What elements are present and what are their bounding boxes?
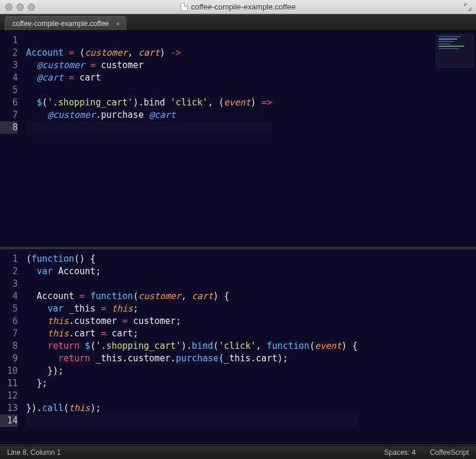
code-line[interactable]: @customer.purchase @cart <box>26 109 272 121</box>
code-area[interactable]: Account = (customer, cart) -> @customer … <box>22 31 272 137</box>
code-line[interactable] <box>26 415 358 427</box>
code-line[interactable]: return $('.shopping_cart').bind('click',… <box>26 340 358 352</box>
status-bar: Line 8, Column 1 Spaces: 4 CoffeeScript <box>0 445 476 459</box>
minimize-window-button[interactable] <box>17 4 24 11</box>
code-line[interactable]: @customer = customer <box>26 59 272 72</box>
line-number: 10 <box>0 365 18 377</box>
source-pane[interactable]: 12345678 Account = (customer, cart) -> @… <box>0 31 476 249</box>
zoom-window-button[interactable] <box>28 4 35 11</box>
line-number: 3 <box>0 59 18 72</box>
fullscreen-icon[interactable] <box>464 4 471 11</box>
code-line[interactable]: }; <box>26 377 358 390</box>
minimap[interactable] <box>436 34 474 68</box>
code-line[interactable]: }).call(this); <box>26 402 358 415</box>
editor-panes: 12345678 Account = (customer, cart) -> @… <box>0 31 476 445</box>
line-number: 7 <box>0 109 18 121</box>
line-number: 13 <box>0 402 18 415</box>
status-position[interactable]: Line 8, Column 1 <box>7 448 61 457</box>
code-area[interactable]: (function() { var Account; Account = fun… <box>22 249 358 431</box>
code-line[interactable] <box>26 121 272 134</box>
tab-label: coffee-compile-example.coffee <box>12 20 109 28</box>
code-line[interactable]: this.customer = customer; <box>26 315 358 328</box>
code-line[interactable]: @cart = cart <box>26 72 272 84</box>
code-line[interactable] <box>26 278 358 290</box>
line-number: 9 <box>0 352 18 365</box>
line-number: 6 <box>0 315 18 328</box>
line-number: 1 <box>0 34 18 47</box>
gutter: 12345678 <box>0 31 22 137</box>
code-line[interactable]: $('.shopping_cart').bind 'click', (event… <box>26 97 272 109</box>
status-indent[interactable]: Spaces: 4 <box>384 448 416 457</box>
line-number: 2 <box>0 47 18 59</box>
code-line[interactable]: return _this.customer.purchase(_this.car… <box>26 352 358 365</box>
window-title-text: coffee-compile-example.coffee <box>191 2 296 11</box>
code-line[interactable]: (function() { <box>26 253 358 265</box>
code-line[interactable]: Account = (customer, cart) -> <box>26 47 272 59</box>
line-number: 2 <box>0 265 18 278</box>
line-number: 8 <box>0 121 18 134</box>
tab-close-icon[interactable]: × <box>115 21 121 27</box>
tab-strip: coffee-compile-example.coffee × <box>0 14 476 31</box>
window-title: coffee-compile-example.coffee <box>0 2 476 11</box>
code-line[interactable]: var Account; <box>26 265 358 278</box>
window-controls <box>0 4 35 11</box>
window-titlebar: coffee-compile-example.coffee <box>0 0 476 14</box>
code-line[interactable]: var _this = this; <box>26 303 358 315</box>
close-window-button[interactable] <box>5 4 12 11</box>
code-line[interactable] <box>26 390 358 402</box>
line-number: 12 <box>0 390 18 402</box>
line-number: 8 <box>0 340 18 352</box>
line-number: 14 <box>0 415 18 427</box>
line-number: 1 <box>0 253 18 265</box>
tab-file[interactable]: coffee-compile-example.coffee × <box>5 16 126 30</box>
line-number: 3 <box>0 278 18 290</box>
document-icon <box>181 3 188 11</box>
line-number: 4 <box>0 290 18 303</box>
code-line[interactable]: Account = function(customer, cart) { <box>26 290 358 303</box>
line-number: 5 <box>0 84 18 97</box>
status-syntax[interactable]: CoffeeScript <box>430 448 469 457</box>
compiled-pane[interactable]: 1234567891011121314 (function() { var Ac… <box>0 249 476 445</box>
code-line[interactable] <box>26 84 272 97</box>
line-number: 5 <box>0 303 18 315</box>
line-number: 11 <box>0 377 18 390</box>
code-line[interactable]: this.cart = cart; <box>26 328 358 340</box>
line-number: 7 <box>0 328 18 340</box>
line-number: 6 <box>0 97 18 109</box>
code-line[interactable]: }); <box>26 365 358 377</box>
line-number: 4 <box>0 72 18 84</box>
gutter: 1234567891011121314 <box>0 249 22 431</box>
code-line[interactable] <box>26 34 272 47</box>
